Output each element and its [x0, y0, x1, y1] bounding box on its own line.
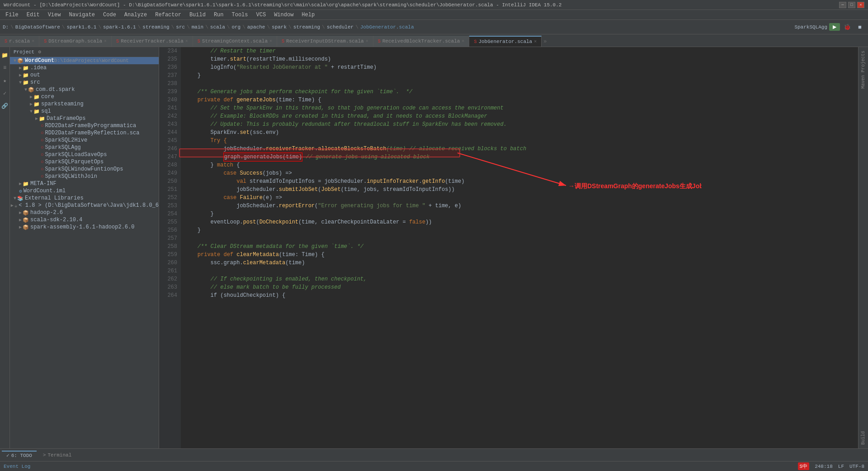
tree-item-meta-inf[interactable]: ▶ 📁 META-INF — [10, 180, 159, 187]
breadcrumb-streaming2[interactable]: streaming — [293, 24, 320, 30]
breadcrumb-jobgenerator[interactable]: JobGenerator.scala — [360, 24, 414, 30]
tree-item-spark-assembly[interactable]: ▶ 📦 spark-assembly-1.6.1-hadoop2.6.0 — [10, 224, 159, 231]
more-tabs-button[interactable]: » — [542, 37, 548, 47]
menu-item-run[interactable]: Run — [210, 11, 227, 19]
breadcrumb-spark2[interactable]: spark — [272, 24, 287, 30]
tree-item-sparksqlwindow[interactable]: ○ SparkSQLWindowFuntionOps — [10, 166, 159, 173]
menu-item-help[interactable]: Help — [298, 11, 318, 19]
terminal-tab[interactable]: > Terminal — [38, 452, 76, 459]
tab-icon: S — [378, 39, 381, 44]
tree-item-core[interactable]: ▶ 📁 core — [10, 93, 159, 100]
breadcrumb-main[interactable]: main — [192, 24, 203, 30]
menu-item-build[interactable]: Build — [186, 11, 209, 19]
breadcrumb-src[interactable]: src — [176, 24, 185, 30]
tab-receiverinputdstream[interactable]: S ReceiverInputDStream.scala × — [277, 36, 373, 47]
tree-item-sparksteaming[interactable]: ▶ 📁 sparksteaming — [10, 100, 159, 108]
folder-icon-idea: 📁 — [23, 65, 29, 71]
event-log-link[interactable]: Event Log — [4, 464, 30, 469]
menu-item-tools[interactable]: Tools — [228, 11, 252, 19]
tab-streamingcontext[interactable]: S StreamingContext.scala × — [193, 36, 277, 47]
tab-receivertracker[interactable]: S ReceiverTracker.scala × — [112, 36, 193, 47]
tree-item-out[interactable]: ▶ 📁 out — [10, 71, 159, 79]
tree-item-sql[interactable]: ▼ 📁 sql — [10, 108, 159, 115]
code-line-240: private def generateJobs(time: Time) { — [184, 96, 858, 104]
tree-item-wordcount[interactable]: ▼ 📦 WordCount D:\IdeaProjects\WordCount — [10, 57, 159, 64]
breadcrumb-org[interactable]: org — [231, 24, 241, 30]
menu-item-navigate[interactable]: Navigate — [65, 11, 99, 19]
structure-icon[interactable]: ≡ — [0, 63, 9, 72]
minimize-button[interactable]: ─ — [839, 2, 846, 8]
menu-item-vcs[interactable]: VCS — [253, 11, 270, 19]
breadcrumb-bigdata[interactable]: BigDataSoftware — [15, 24, 60, 30]
tree-item-idea[interactable]: ▶ 📁 .idea — [10, 64, 159, 71]
tree-label-core: core — [41, 94, 54, 100]
run-button[interactable]: ▶ — [829, 23, 840, 31]
menu-item-window[interactable]: Window — [270, 11, 297, 19]
tab-close[interactable]: × — [366, 39, 368, 44]
breadcrumb-streaming[interactable]: streaming — [142, 24, 169, 30]
breadcrumb-spark161[interactable]: spark1.6.1 — [66, 24, 96, 30]
breadcrumb-scala[interactable]: scala — [210, 24, 225, 30]
code-content[interactable]: // Restart the timer timer.start(restart… — [181, 47, 858, 448]
tree-item-sparksqlloadsaveops[interactable]: ○ SparkSQLLoadSaveOps — [10, 151, 159, 158]
breadcrumb-d[interactable]: D: — [3, 24, 9, 30]
maximize-button[interactable]: □ — [848, 2, 855, 8]
menu-item-view[interactable]: View — [44, 11, 65, 19]
tab-close[interactable]: × — [185, 39, 188, 44]
tree-item-sparksql2hive[interactable]: ○ SparkSQL2Hive — [10, 137, 159, 144]
tab-label: ReceiverInputDStream.scala — [286, 38, 364, 44]
tree-item-rdd2df-programmatic[interactable]: ○ RDD2DataFrameByProgrammatica — [10, 122, 159, 129]
tree-item-wordcount-iml[interactable]: ⚙ WordCount.iml — [10, 187, 159, 195]
stop-button[interactable]: ■ — [854, 22, 865, 33]
tree-item-dataframeops[interactable]: ▶ 📁 DataFrameOps — [10, 115, 159, 122]
build-btn[interactable]: Build — [860, 428, 867, 448]
tree-item-rdd2df-reflection[interactable]: ○ RDD2DataFrameByReflection.sca — [10, 129, 159, 137]
menu-item-code[interactable]: Code — [99, 11, 120, 19]
tree-item-external-libraries[interactable]: ▼ 📚 External Libraries — [10, 195, 159, 202]
tab-close[interactable]: × — [462, 39, 464, 44]
tree-arrow-meta: ▶ — [19, 181, 22, 186]
tab-close[interactable]: × — [534, 39, 537, 44]
menu-item-file[interactable]: File — [2, 11, 22, 19]
tree-item-src[interactable]: ▼ 📁 src — [10, 79, 159, 86]
hierarchy-icon[interactable]: 🔗 — [0, 101, 9, 110]
tab-r-scala[interactable]: S r.scala × — [0, 36, 39, 47]
breadcrumb-apache[interactable]: apache — [247, 24, 265, 30]
tab-close[interactable]: × — [32, 39, 34, 44]
breadcrumb-scheduler[interactable]: scheduler — [327, 24, 354, 30]
todo-tab[interactable]: ✓ 6: TODO — [2, 451, 37, 459]
code-line-257 — [184, 234, 858, 243]
tab-jobgenerator[interactable]: S JobGenerator.scala × — [469, 36, 542, 47]
tree-item-hadoop[interactable]: ▶ 📦 hadoop-2.6 — [10, 209, 159, 216]
tree-item-scala-sdk[interactable]: ▶ 📦 scala-sdk-2.10.4 — [10, 216, 159, 224]
tree-item-com-dt-spark[interactable]: ▼ 📦 com.dt.spark — [10, 86, 159, 93]
package-icon: 📦 — [28, 87, 34, 93]
tab-receivedblocktracker[interactable]: S ReceivedBlockTracker.scala × — [373, 36, 470, 47]
tree-label-sql: sql — [41, 108, 51, 114]
favorites-icon[interactable]: ★ — [0, 76, 9, 85]
code-editor[interactable]: 2342352362372382392402412422432442452462… — [159, 47, 858, 448]
tab-close[interactable]: × — [104, 39, 107, 44]
code-line-250: val streamIdToInputInfos = jobScheduler.… — [184, 177, 858, 186]
todo-icon[interactable]: ✓ — [0, 89, 9, 98]
project-settings-icon[interactable]: ⚙ — [38, 49, 41, 55]
code-line-253: jobScheduler.reportError("Error generati… — [184, 202, 858, 210]
close-button[interactable]: ✕ — [857, 2, 864, 8]
tree-item-sparksqlagg[interactable]: ○ SparkSQLAgg — [10, 144, 159, 151]
tab-label: ReceiverTracker.scala — [121, 38, 184, 44]
breadcrumb-spark[interactable]: spark-1.6.1 — [103, 24, 136, 30]
line-numbers: 2342352362372382392402412422432442452462… — [159, 47, 181, 448]
menu-item-refactor[interactable]: Refactor — [151, 11, 185, 19]
tree-item-sparksqlparquet[interactable]: ○ SparkSQLParquetOps — [10, 158, 159, 166]
tree-item-sparksqlwithjoin[interactable]: ○ SparkSQLWithJoin — [10, 173, 159, 180]
maven-projects-btn[interactable]: Maven Projects — [860, 47, 867, 92]
tree-item-jdk[interactable]: ▶ ☕ < 1.8 > (D:\BigDataSoftware\Java\jdk… — [10, 202, 159, 209]
menu-item-edit[interactable]: Edit — [23, 11, 43, 19]
code-line-238 — [184, 80, 858, 88]
project-icon[interactable]: 📁 — [0, 51, 9, 60]
debug-button[interactable]: 🐞 — [842, 22, 853, 33]
tree-arrow-idea: ▶ — [19, 65, 22, 71]
tab-dstreamgraph[interactable]: S DStreamGraph.scala × — [39, 36, 112, 47]
tab-close[interactable]: × — [269, 39, 272, 44]
menu-item-analyze[interactable]: Analyze — [121, 11, 151, 19]
